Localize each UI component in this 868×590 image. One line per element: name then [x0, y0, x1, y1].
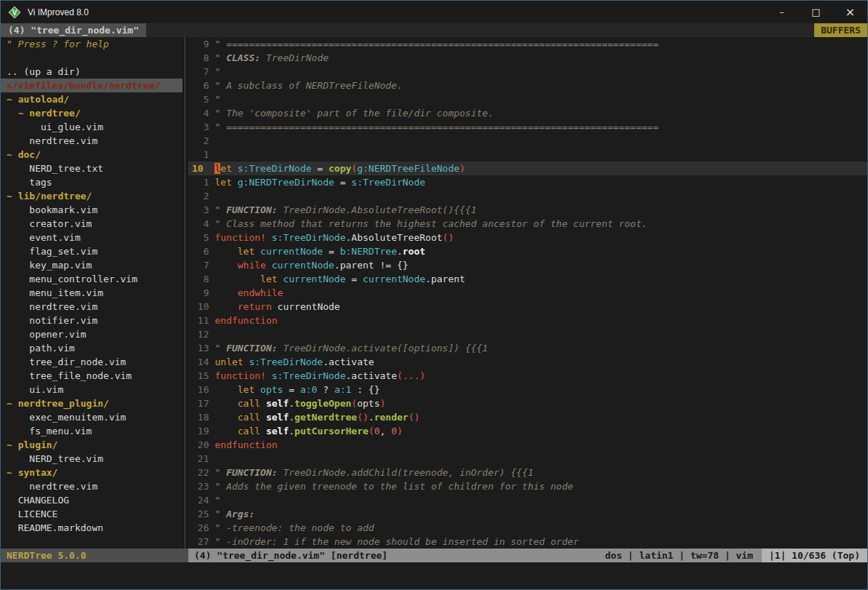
editor-line-current[interactable]: 10 let s:TreeDirNode = copy(g:NERDTreeFi… [188, 162, 867, 175]
minimize-button[interactable]: – [765, 1, 799, 23]
line-number: 15 [188, 369, 214, 383]
editor-line[interactable]: 6" A subclass of NERDTreeFileNode. [188, 79, 867, 92]
editor-line[interactable]: 14unlet s:TreeDirNode.activate [188, 355, 867, 369]
code-text: " A subclass of NERDTreeFileNode. [214, 79, 402, 92]
maximize-button[interactable]: □ [799, 1, 833, 23]
editor-line[interactable]: 27" -inOrder: 1 if the new node should b… [188, 535, 867, 549]
editor-line[interactable]: 15function! s:TreeDirNode.activate(...) [188, 369, 867, 383]
editor-line[interactable]: 11endfunction [188, 314, 867, 327]
editor-line[interactable]: 8" CLASS: TreeDirNode [188, 51, 867, 65]
tree-item-file[interactable]: event.vim [1, 231, 182, 244]
editor-line[interactable]: 18 call self.getNerdtree().render() [188, 410, 867, 424]
editor-line[interactable]: 21 [188, 452, 867, 466]
line-number: 10 [188, 300, 214, 314]
tree-item-file[interactable]: CHANGELOG [1, 493, 182, 507]
editor-line[interactable]: 5" [188, 92, 867, 106]
editor-line[interactable]: 5function! s:TreeDirNode.AbsoluteTreeRoo… [188, 231, 867, 244]
line-number: 1 [188, 175, 214, 189]
tree-item-dir[interactable]: ~ syntax/ [1, 466, 182, 479]
tree-item-file[interactable]: path.vim [1, 341, 182, 355]
editor-line[interactable]: 16 let opts = a:0 ? a:1 : {} [188, 383, 867, 396]
editor-line[interactable]: 17 call self.toggleOpen(opts) [188, 396, 867, 410]
minimize-icon: – [779, 7, 784, 17]
code-text: " ======================================… [214, 120, 658, 134]
line-number: 4 [188, 217, 214, 231]
tree-item-file[interactable]: nerdtree.vim [1, 300, 182, 314]
tree-item-dir[interactable]: ~ plugin/ [1, 438, 182, 452]
code-text: " [214, 92, 226, 106]
tree-item-file[interactable]: NERD_tree.txt [1, 162, 182, 175]
editor-line[interactable]: 25" Args: [188, 507, 867, 521]
editor-line[interactable]: 1let g:NERDTreeDirNode = s:TreeDirNode [188, 175, 867, 189]
editor-line[interactable]: 10 return currentNode [188, 300, 867, 314]
tree-item-file[interactable]: ui_glue.vim [1, 120, 182, 134]
editor-line[interactable]: 3" =====================================… [188, 120, 867, 134]
editor-line[interactable]: 8 let currentNode = currentNode.parent [188, 272, 867, 286]
editor-line[interactable]: 9 endwhile [188, 286, 867, 300]
line-number: 7 [188, 258, 214, 272]
titlebar[interactable]: V Vi IMproved 8.0 – □ × [1, 1, 867, 23]
tree-item-blank [1, 51, 182, 65]
tree-item-file[interactable]: README.markdown [1, 521, 182, 535]
tree-item-file[interactable]: bookmark.vim [1, 203, 182, 217]
code-text: endfunction [214, 314, 277, 327]
tree-item-dir[interactable]: ~ lib/nerdtree/ [1, 189, 182, 203]
statusline-position: |1| 10/636 (Top) [762, 549, 867, 562]
tree-item-file[interactable]: nerdtree.vim [1, 134, 182, 148]
tree-item-file[interactable]: fs_menu.vim [1, 424, 182, 438]
editor-line[interactable]: 22" FUNCTION: TreeDirNode.addChild(treen… [188, 466, 867, 479]
tree-item-dir[interactable]: ~ autoload/ [1, 92, 182, 106]
tree-item-file[interactable]: key_map.vim [1, 258, 182, 272]
editor-line[interactable]: 6 let currentNode = b:NERDTree.root [188, 244, 867, 258]
editor-line[interactable]: 1 [188, 148, 867, 162]
vertical-split-separator[interactable] [182, 37, 188, 549]
vim-logo-icon: V [8, 6, 21, 19]
tree-item-file[interactable]: exec_menuitem.vim [1, 410, 182, 424]
editor-line[interactable]: 26" -treenode: the node to add [188, 521, 867, 535]
tree-item-dir[interactable]: ~ nerdtree/ [1, 106, 182, 120]
tree-item-dir[interactable]: ~ doc/ [1, 148, 182, 162]
tree-item-file[interactable]: tree_file_node.vim [1, 369, 182, 383]
line-number: 11 [188, 314, 214, 327]
tree-item-file[interactable]: opener.vim [1, 327, 182, 341]
editor-line[interactable]: 13" FUNCTION: TreeDirNode.activate([opti… [188, 341, 867, 355]
buffer-tab[interactable]: (4) "tree_dir_node.vim" [1, 23, 146, 37]
tree-item-dir[interactable]: ~ nerdtree_plugin/ [1, 396, 182, 410]
editor-line[interactable]: 7 while currentNode.parent != {} [188, 258, 867, 272]
buffers-label[interactable]: BUFFERS [814, 23, 867, 37]
tree-item-file[interactable]: notifier.vim [1, 314, 182, 327]
editor-line[interactable]: 20endfunction [188, 438, 867, 452]
editor-line[interactable]: 4" The 'composite' part of the file/dir … [188, 106, 867, 120]
editor-line[interactable]: 2 [188, 134, 867, 148]
close-button[interactable]: × [833, 1, 867, 23]
tree-item-file[interactable]: ui.vim [1, 383, 182, 396]
editor-line[interactable]: 24" [188, 493, 867, 507]
tree-item-file[interactable]: creator.vim [1, 217, 182, 231]
tree-item-file[interactable]: menu_controller.vim [1, 272, 182, 286]
code-text: let currentNode = b:NERDTree.root [214, 244, 425, 258]
editor-line[interactable]: 19 call self.putCursorHere(0, 0) [188, 424, 867, 438]
tree-item-file[interactable]: NERD_tree.vim [1, 452, 182, 466]
editor-line[interactable]: 3" FUNCTION: TreeDirNode.AbsoluteTreeRoo… [188, 203, 867, 217]
editor-line[interactable]: 9" =====================================… [188, 37, 867, 51]
editor-panel[interactable]: 9" =====================================… [188, 37, 867, 549]
code-text: " -inOrder: 1 if the new node should be … [214, 535, 579, 549]
command-line[interactable] [1, 562, 867, 589]
tree-item-file[interactable]: LICENCE [1, 507, 182, 521]
editor-line[interactable]: 2 [188, 189, 867, 203]
tree-item-file[interactable]: tree_dir_node.vim [1, 355, 182, 369]
editor-line[interactable]: 23" Adds the given treenode to the list … [188, 479, 867, 493]
tree-item-file[interactable]: tags [1, 175, 182, 189]
tree-item-file[interactable]: menu_item.vim [1, 286, 182, 300]
editor-line[interactable]: 12 [188, 327, 867, 341]
buffer-statusline: (4) "tree_dir_node.vim" [nerdtree] [188, 549, 605, 562]
tree-item-updir[interactable]: .. (up a dir) [1, 65, 182, 79]
line-number: 13 [188, 341, 214, 355]
tree-item-file[interactable]: nerdtree.vim [1, 479, 182, 493]
editor-line[interactable]: 7" [188, 65, 867, 79]
tree-item-file[interactable]: flag_set.vim [1, 244, 182, 258]
editor-line[interactable]: 4" Class method that returns the highest… [188, 217, 867, 231]
code-text: " Adds the given treenode to the list of… [214, 479, 573, 493]
window-controls: – □ × [765, 1, 867, 23]
tree-item-root[interactable]: </vimfiles/bundle/nerdtree/ [1, 79, 182, 92]
